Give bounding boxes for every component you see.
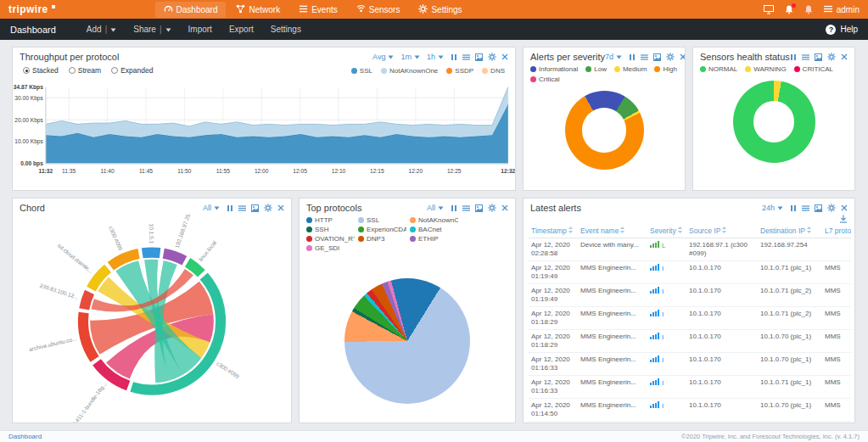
gear-icon[interactable]: [827, 204, 836, 212]
display-icon[interactable]: [764, 5, 774, 14]
toolbar-item-export[interactable]: Export: [229, 25, 254, 34]
alert-row[interactable]: Apr 12, 202001:19:49MMS Engineerin...I10…: [529, 261, 851, 284]
legend-item-critical[interactable]: Critical: [530, 76, 559, 83]
legend-item-critical[interactable]: CRITICAL: [794, 65, 833, 73]
image-icon[interactable]: [653, 53, 661, 61]
alert-row[interactable]: Apr 12, 202001:16:33MMS Engineerin...I10…: [529, 376, 851, 399]
gear-icon[interactable]: [488, 204, 496, 212]
legend-item-ssh[interactable]: SSH: [306, 226, 355, 233]
pause-icon[interactable]: [790, 204, 797, 212]
legend-item-ssdp[interactable]: SSDP: [446, 67, 473, 75]
column-header-destination-ip[interactable]: Destination IP: [758, 224, 822, 238]
pause-icon[interactable]: [790, 53, 797, 61]
image-icon[interactable]: [475, 53, 483, 61]
column-header-l7-protocol[interactable]: L7 protocol: [822, 224, 851, 238]
close-icon[interactable]: [841, 53, 848, 60]
gear-icon[interactable]: [264, 204, 272, 212]
alert-row[interactable]: Apr 12, 202002:28:58Device with many...L…: [529, 238, 851, 261]
help-button[interactable]: ? Help: [826, 25, 858, 35]
column-header-source-ip[interactable]: Source IP: [686, 224, 758, 238]
pause-icon[interactable]: [451, 204, 457, 212]
close-icon[interactable]: [501, 204, 508, 211]
download-icon[interactable]: [839, 215, 848, 223]
pause-icon[interactable]: [629, 53, 636, 61]
list-icon[interactable]: [641, 53, 648, 61]
chord-arc[interactable]: [84, 292, 89, 309]
legend-item-notaknownone[interactable]: NotAKnownOne: [410, 216, 458, 224]
alert-row[interactable]: Apr 12, 202001:18:29MMS Engineerin...I10…: [529, 330, 851, 353]
interval-dropdown[interactable]: 1m: [400, 53, 420, 61]
nav-item-sensors[interactable]: Sensors: [348, 2, 409, 18]
pause-icon[interactable]: [227, 204, 233, 212]
nav-item-settings[interactable]: Settings: [410, 2, 470, 18]
legend-item-normal[interactable]: NORMAL: [700, 65, 737, 73]
mode-radio-stream[interactable]: Stream: [69, 66, 101, 75]
list-icon[interactable]: [462, 204, 470, 212]
column-header-event-name[interactable]: Event name: [578, 224, 647, 238]
legend-item-low[interactable]: Low: [585, 65, 607, 73]
image-icon[interactable]: [251, 204, 259, 212]
legend-item-dns[interactable]: DNS: [482, 67, 505, 75]
chord-arc[interactable]: [143, 253, 160, 254]
toolbar-item-import[interactable]: Import: [188, 25, 212, 34]
chord-arc[interactable]: [164, 254, 185, 261]
alerts-bell-icon[interactable]: [804, 5, 813, 14]
legend-item-http[interactable]: HTTP: [306, 216, 355, 224]
timerange-dropdown[interactable]: 1h: [427, 53, 444, 61]
alert-row[interactable]: Apr 12, 202001:14:50MMS Engineerin...I10…: [529, 399, 851, 422]
legend-item-dnp3[interactable]: DNP3: [358, 235, 406, 243]
legend-item-ssl[interactable]: SSL: [358, 216, 406, 224]
mode-radio-stacked[interactable]: Stacked: [23, 66, 59, 75]
toolbar-item-settings[interactable]: Settings: [271, 25, 301, 34]
legend-item-ethip[interactable]: ETHIP: [410, 235, 458, 243]
timerange-dropdown[interactable]: 24h: [762, 204, 783, 212]
column-header-severity[interactable]: Severity: [647, 224, 686, 238]
close-icon[interactable]: [841, 204, 848, 211]
legend-item-experioncda[interactable]: ExperionCDA: [358, 226, 406, 233]
alert-row[interactable]: Apr 12, 202001:18:29MMS Engineerin...I10…: [529, 307, 851, 330]
alerts-severity-donut-chart[interactable]: [565, 91, 644, 170]
legend-item-ssl[interactable]: SSL: [351, 67, 372, 75]
close-icon[interactable]: [277, 204, 284, 211]
nav-item-events[interactable]: Events: [290, 2, 346, 18]
filter-dropdown[interactable]: All: [203, 204, 220, 212]
legend-item-bacnet[interactable]: BACnet: [410, 226, 458, 233]
column-header-timestamp[interactable]: Timestamp: [529, 224, 578, 238]
alert-row[interactable]: Apr 12, 202001:10:18MMS Engineerin...I10…: [529, 422, 851, 423]
sensors-health-donut-chart[interactable]: [733, 81, 815, 163]
list-icon[interactable]: [802, 53, 809, 61]
nav-item-dashboard[interactable]: Dashboard: [155, 2, 227, 18]
alert-row[interactable]: Apr 12, 202001:19:49MMS Engineerin...I10…: [529, 284, 851, 307]
mode-radio-expanded[interactable]: Expanded: [111, 66, 153, 75]
close-icon[interactable]: [680, 53, 686, 60]
nav-item-network[interactable]: Network: [227, 2, 288, 18]
legend-item-ge-sdi[interactable]: GE_SDI: [306, 244, 355, 252]
list-icon[interactable]: [238, 204, 246, 212]
legend-item-warning[interactable]: WARNING: [745, 65, 786, 73]
timerange-dropdown[interactable]: 7d: [605, 53, 622, 61]
toolbar-item-share[interactable]: Share|: [133, 25, 171, 34]
alert-row[interactable]: Apr 12, 202001:16:33MMS Engineerin...I10…: [529, 353, 851, 376]
toolbar-item-add[interactable]: Add|: [87, 25, 116, 34]
list-icon[interactable]: [802, 204, 809, 212]
user-menu[interactable]: admin: [824, 5, 860, 14]
image-icon[interactable]: [815, 53, 822, 61]
gear-icon[interactable]: [488, 53, 496, 61]
aggregation-dropdown[interactable]: Avg: [372, 53, 394, 61]
legend-item-medium[interactable]: Medium: [614, 65, 647, 73]
filter-dropdown[interactable]: All: [427, 204, 444, 212]
legend-item-notaknownone[interactable]: NotAKnownOne: [381, 67, 438, 75]
list-icon[interactable]: [462, 53, 470, 61]
tripwire-logo[interactable]: tripwire: [8, 3, 55, 15]
legend-item-informational[interactable]: Informational: [530, 65, 578, 73]
legend-item-high[interactable]: High: [654, 65, 676, 73]
gear-icon[interactable]: [666, 53, 675, 61]
pause-icon[interactable]: [451, 53, 457, 61]
close-icon[interactable]: [501, 53, 508, 60]
notifications-bell-icon[interactable]: [785, 5, 793, 14]
top-protocols-pie-chart[interactable]: [344, 278, 470, 404]
gear-icon[interactable]: [827, 53, 836, 61]
image-icon[interactable]: [475, 204, 483, 212]
footer-dashboard-link[interactable]: Dashboard: [8, 433, 42, 440]
chord-arc[interactable]: [188, 262, 201, 273]
